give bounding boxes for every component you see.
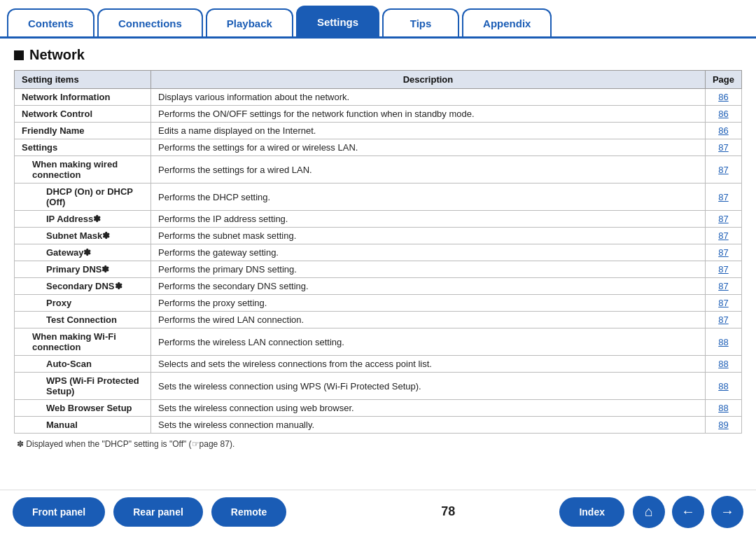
table-row: SettingsPerforms the settings for a wire… xyxy=(15,139,742,156)
home-icon: ⌂ xyxy=(645,504,653,520)
cell-setting: DHCP (On) or DHCP (Off) xyxy=(15,184,151,211)
cell-setting: Friendly Name xyxy=(15,123,151,139)
cell-setting: Proxy xyxy=(15,295,151,312)
table-row: ManualSets the wireless connection manua… xyxy=(15,417,742,434)
cell-description: Selects and sets the wireless connection… xyxy=(151,356,706,373)
cell-page[interactable]: 87 xyxy=(705,184,741,211)
cell-description: Displays various information about the n… xyxy=(151,89,706,106)
cell-description: Performs the settings for a wired or wir… xyxy=(151,139,706,156)
section-title-text: Network xyxy=(29,47,85,63)
cell-setting: When making wired connection xyxy=(15,156,151,184)
cell-setting: Auto-Scan xyxy=(15,356,151,373)
cell-setting: Network Control xyxy=(15,106,151,123)
table-row: Friendly NameEdits a name displayed on t… xyxy=(15,123,742,139)
table-row: IP Address✽Performs the IP address setti… xyxy=(15,211,742,228)
tab-tips[interactable]: Tips xyxy=(382,8,459,36)
footnote: ✽ Displayed when the "DHCP" setting is "… xyxy=(14,439,742,449)
cell-page[interactable]: 87 xyxy=(705,278,741,295)
page-number: 78 xyxy=(337,504,559,519)
cell-setting: Settings xyxy=(15,139,151,156)
section-title: Network xyxy=(14,47,742,63)
cell-setting: Network Information xyxy=(15,89,151,106)
cell-description: Performs the wireless LAN connection set… xyxy=(151,328,706,356)
table-row: When making wired connectionPerforms the… xyxy=(15,156,742,184)
table-row: Web Browser SetupSets the wireless conne… xyxy=(15,400,742,417)
cell-setting: WPS (Wi-Fi Protected Setup) xyxy=(15,373,151,400)
cell-page[interactable]: 87 xyxy=(705,295,741,312)
tab-playback[interactable]: Playback xyxy=(206,8,293,36)
tab-bar: Contents Connections Playback Settings T… xyxy=(0,0,756,39)
cell-page[interactable]: 86 xyxy=(705,89,741,106)
main-content: Network Setting items Description Page N… xyxy=(0,39,756,456)
tab-appendix[interactable]: Appendix xyxy=(462,8,552,36)
index-button[interactable]: Index xyxy=(559,497,624,527)
table-row: Secondary DNS✽Performs the secondary DNS… xyxy=(15,278,742,295)
table-row: Network InformationDisplays various info… xyxy=(15,89,742,106)
tab-settings[interactable]: Settings xyxy=(296,6,379,36)
cell-setting: Web Browser Setup xyxy=(15,400,151,417)
col-header-page: Page xyxy=(705,71,741,89)
cell-setting: Primary DNS✽ xyxy=(15,261,151,278)
cell-description: Performs the wired LAN connection. xyxy=(151,312,706,328)
table-row: When making Wi-Fi connectionPerforms the… xyxy=(15,328,742,356)
cell-description: Performs the settings for a wired LAN. xyxy=(151,156,706,184)
bottom-icon-group: ⌂ ← → xyxy=(633,496,743,528)
cell-page[interactable]: 87 xyxy=(705,228,741,244)
table-row: Test ConnectionPerforms the wired LAN co… xyxy=(15,312,742,328)
cell-description: Performs the gateway setting. xyxy=(151,244,706,261)
cell-setting: Test Connection xyxy=(15,312,151,328)
bottom-bar: Front panel Rear panel Remote 78 Index ⌂… xyxy=(0,490,756,533)
table-row: WPS (Wi-Fi Protected Setup)Sets the wire… xyxy=(15,373,742,400)
cell-setting: When making Wi-Fi connection xyxy=(15,328,151,356)
cell-page[interactable]: 88 xyxy=(705,328,741,356)
table-row: Subnet Mask✽Performs the subnet mask set… xyxy=(15,228,742,244)
cell-page[interactable]: 88 xyxy=(705,373,741,400)
table-row: Primary DNS✽Performs the primary DNS set… xyxy=(15,261,742,278)
tab-contents[interactable]: Contents xyxy=(7,8,94,36)
table-row: ProxyPerforms the proxy setting.87 xyxy=(15,295,742,312)
cell-description: Sets the wireless connection using web b… xyxy=(151,400,706,417)
cell-description: Performs the secondary DNS setting. xyxy=(151,278,706,295)
cell-description: Performs the primary DNS setting. xyxy=(151,261,706,278)
cell-description: Performs the DHCP setting. xyxy=(151,184,706,211)
back-arrow-icon: ← xyxy=(681,504,695,520)
section-icon xyxy=(14,50,24,60)
col-header-setting: Setting items xyxy=(15,71,151,89)
cell-description: Edits a name displayed on the Internet. xyxy=(151,123,706,139)
front-panel-button[interactable]: Front panel xyxy=(13,497,105,527)
cell-description: Sets the wireless connection using WPS (… xyxy=(151,373,706,400)
forward-button[interactable]: → xyxy=(711,496,743,528)
cell-description: Performs the ON/OFF settings for the net… xyxy=(151,106,706,123)
cell-setting: IP Address✽ xyxy=(15,211,151,228)
cell-page[interactable]: 87 xyxy=(705,156,741,184)
cell-page[interactable]: 87 xyxy=(705,244,741,261)
cell-page[interactable]: 88 xyxy=(705,356,741,373)
cell-setting: Gateway✽ xyxy=(15,244,151,261)
cell-description: Performs the proxy setting. xyxy=(151,295,706,312)
forward-arrow-icon: → xyxy=(720,504,734,520)
cell-page[interactable]: 87 xyxy=(705,139,741,156)
cell-page[interactable]: 87 xyxy=(705,211,741,228)
table-row: Network ControlPerforms the ON/OFF setti… xyxy=(15,106,742,123)
cell-page[interactable]: 87 xyxy=(705,261,741,278)
cell-page[interactable]: 86 xyxy=(705,106,741,123)
table-row: Auto-ScanSelects and sets the wireless c… xyxy=(15,356,742,373)
network-table: Setting items Description Page Network I… xyxy=(14,70,742,434)
table-row: DHCP (On) or DHCP (Off)Performs the DHCP… xyxy=(15,184,742,211)
cell-description: Sets the wireless connection manually. xyxy=(151,417,706,434)
cell-page[interactable]: 86 xyxy=(705,123,741,139)
tab-connections[interactable]: Connections xyxy=(97,8,203,36)
rear-panel-button[interactable]: Rear panel xyxy=(113,497,203,527)
cell-description: Performs the IP address setting. xyxy=(151,211,706,228)
cell-page[interactable]: 87 xyxy=(705,312,741,328)
remote-button[interactable]: Remote xyxy=(211,497,286,527)
cell-setting: Secondary DNS✽ xyxy=(15,278,151,295)
cell-page[interactable]: 88 xyxy=(705,400,741,417)
cell-page[interactable]: 89 xyxy=(705,417,741,434)
back-button[interactable]: ← xyxy=(672,496,704,528)
table-row: Gateway✽Performs the gateway setting.87 xyxy=(15,244,742,261)
cell-setting: Manual xyxy=(15,417,151,434)
cell-description: Performs the subnet mask setting. xyxy=(151,228,706,244)
home-button[interactable]: ⌂ xyxy=(633,496,665,528)
cell-setting: Subnet Mask✽ xyxy=(15,228,151,244)
